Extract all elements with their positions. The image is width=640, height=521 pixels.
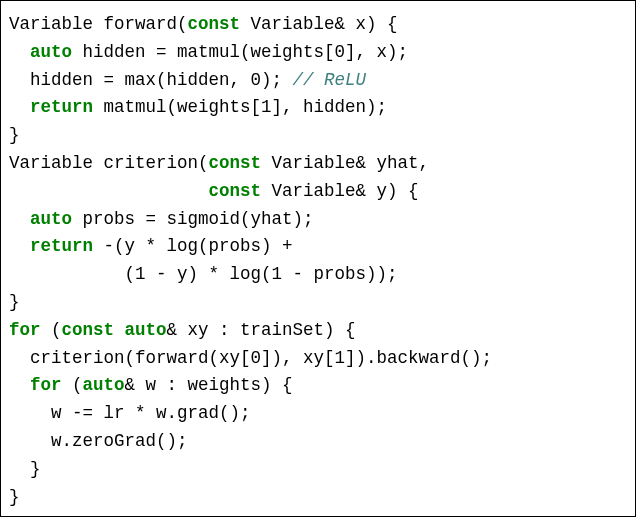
code-token: const: [209, 181, 262, 201]
code-snippet-container: Variable forward(const Variable& x) { au…: [0, 0, 636, 517]
code-token: const: [188, 14, 241, 34]
code-token: auto: [83, 375, 125, 395]
code-token: auto: [30, 209, 72, 229]
code-token: return: [30, 236, 93, 256]
code-token: const: [209, 153, 262, 173]
code-token: for: [30, 375, 62, 395]
code-token: for: [9, 320, 41, 340]
code-token: const: [62, 320, 115, 340]
code-token: auto: [125, 320, 167, 340]
code-token: return: [30, 97, 93, 117]
code-block: Variable forward(const Variable& x) { au…: [9, 11, 627, 511]
code-token: auto: [30, 42, 72, 62]
code-token: // ReLU: [293, 70, 367, 90]
